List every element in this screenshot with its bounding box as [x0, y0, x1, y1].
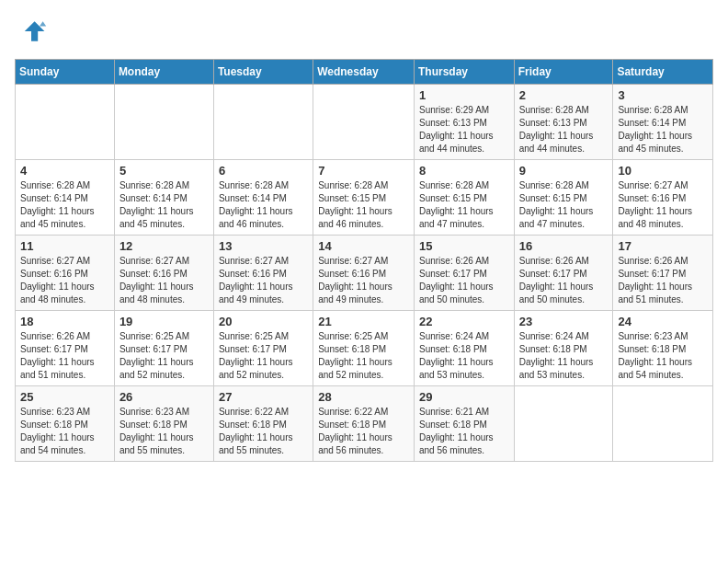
week-row-2: 4Sunrise: 6:28 AM Sunset: 6:14 PM Daylig…	[16, 160, 713, 236]
day-number: 8	[419, 164, 509, 178]
day-info: Sunrise: 6:28 AM Sunset: 6:14 PM Dayligh…	[618, 104, 708, 155]
day-info: Sunrise: 6:22 AM Sunset: 6:18 PM Dayligh…	[219, 406, 308, 457]
day-info: Sunrise: 6:28 AM Sunset: 6:15 PM Dayligh…	[519, 179, 609, 231]
day-info: Sunrise: 6:22 AM Sunset: 6:18 PM Dayligh…	[318, 406, 409, 457]
day-number: 19	[119, 315, 209, 328]
day-info: Sunrise: 6:27 AM Sunset: 6:16 PM Dayligh…	[119, 255, 209, 306]
day-info: Sunrise: 6:29 AM Sunset: 6:13 PM Dayligh…	[419, 104, 509, 155]
day-number: 20	[219, 315, 308, 328]
calendar-cell: 8Sunrise: 6:28 AM Sunset: 6:15 PM Daylig…	[414, 160, 514, 236]
calendar-cell: 15Sunrise: 6:26 AM Sunset: 6:17 PM Dayli…	[414, 236, 514, 311]
calendar-cell: 24Sunrise: 6:23 AM Sunset: 6:18 PM Dayli…	[613, 311, 713, 386]
day-info: Sunrise: 6:28 AM Sunset: 6:13 PM Dayligh…	[519, 104, 609, 155]
day-number: 18	[20, 315, 109, 328]
calendar-cell: 6Sunrise: 6:28 AM Sunset: 6:14 PM Daylig…	[213, 160, 313, 236]
day-number: 17	[618, 239, 708, 253]
calendar-cell: 17Sunrise: 6:26 AM Sunset: 6:17 PM Dayli…	[613, 236, 713, 311]
day-info: Sunrise: 6:24 AM Sunset: 6:18 PM Dayligh…	[519, 330, 609, 382]
svg-marker-1	[40, 21, 46, 26]
week-row-5: 25Sunrise: 6:23 AM Sunset: 6:18 PM Dayli…	[16, 386, 713, 462]
day-number: 2	[519, 88, 609, 102]
calendar-table: SundayMondayTuesdayWednesdayThursdayFrid…	[15, 59, 713, 462]
calendar-cell: 10Sunrise: 6:27 AM Sunset: 6:16 PM Dayli…	[613, 160, 713, 236]
day-number: 25	[20, 390, 109, 404]
day-info: Sunrise: 6:27 AM Sunset: 6:16 PM Dayligh…	[20, 255, 109, 306]
day-number: 15	[419, 239, 509, 253]
day-info: Sunrise: 6:27 AM Sunset: 6:16 PM Dayligh…	[318, 255, 409, 306]
calendar-cell: 14Sunrise: 6:27 AM Sunset: 6:16 PM Dayli…	[313, 236, 415, 311]
week-row-1: 1Sunrise: 6:29 AM Sunset: 6:13 PM Daylig…	[16, 85, 713, 160]
day-number: 4	[20, 164, 109, 178]
day-number: 13	[219, 239, 308, 253]
logo-icon	[15, 15, 48, 48]
page-header	[15, 15, 713, 48]
calendar-cell: 16Sunrise: 6:26 AM Sunset: 6:17 PM Dayli…	[514, 236, 613, 311]
day-info: Sunrise: 6:21 AM Sunset: 6:18 PM Dayligh…	[419, 406, 509, 457]
day-number: 21	[318, 315, 409, 328]
day-number: 28	[318, 390, 409, 404]
calendar-cell: 9Sunrise: 6:28 AM Sunset: 6:15 PM Daylig…	[514, 160, 613, 236]
calendar-cell: 27Sunrise: 6:22 AM Sunset: 6:18 PM Dayli…	[213, 386, 313, 462]
day-number: 5	[119, 164, 209, 178]
calendar-cell: 18Sunrise: 6:26 AM Sunset: 6:17 PM Dayli…	[16, 311, 115, 386]
calendar-cell	[16, 85, 115, 160]
day-info: Sunrise: 6:23 AM Sunset: 6:18 PM Dayligh…	[20, 406, 109, 457]
day-info: Sunrise: 6:25 AM Sunset: 6:17 PM Dayligh…	[119, 330, 209, 382]
logo	[15, 15, 51, 48]
day-number: 3	[618, 88, 708, 102]
weekday-header-monday: Monday	[114, 60, 213, 85]
weekday-header-wednesday: Wednesday	[313, 60, 415, 85]
calendar-cell	[213, 85, 313, 160]
calendar-cell: 20Sunrise: 6:25 AM Sunset: 6:17 PM Dayli…	[213, 311, 313, 386]
day-number: 12	[119, 239, 209, 253]
calendar-cell	[313, 85, 415, 160]
calendar-cell	[514, 386, 613, 462]
day-number: 11	[20, 239, 109, 253]
weekday-header-tuesday: Tuesday	[213, 60, 313, 85]
day-number: 29	[419, 390, 509, 404]
day-info: Sunrise: 6:25 AM Sunset: 6:18 PM Dayligh…	[318, 330, 409, 382]
calendar-cell: 22Sunrise: 6:24 AM Sunset: 6:18 PM Dayli…	[414, 311, 514, 386]
day-number: 16	[519, 239, 609, 253]
day-number: 24	[618, 315, 708, 328]
calendar-cell	[613, 386, 713, 462]
calendar-cell: 1Sunrise: 6:29 AM Sunset: 6:13 PM Daylig…	[414, 85, 514, 160]
calendar-cell: 21Sunrise: 6:25 AM Sunset: 6:18 PM Dayli…	[313, 311, 415, 386]
day-number: 22	[419, 315, 509, 328]
day-info: Sunrise: 6:27 AM Sunset: 6:16 PM Dayligh…	[618, 179, 708, 231]
calendar-cell: 29Sunrise: 6:21 AM Sunset: 6:18 PM Dayli…	[414, 386, 514, 462]
day-info: Sunrise: 6:25 AM Sunset: 6:17 PM Dayligh…	[219, 330, 308, 382]
weekday-header-friday: Friday	[514, 60, 613, 85]
day-info: Sunrise: 6:26 AM Sunset: 6:17 PM Dayligh…	[618, 255, 708, 306]
day-number: 23	[519, 315, 609, 328]
day-info: Sunrise: 6:23 AM Sunset: 6:18 PM Dayligh…	[119, 406, 209, 457]
weekday-header-sunday: Sunday	[16, 60, 115, 85]
day-info: Sunrise: 6:26 AM Sunset: 6:17 PM Dayligh…	[419, 255, 509, 306]
calendar-cell	[114, 85, 213, 160]
day-number: 7	[318, 164, 409, 178]
calendar-cell: 13Sunrise: 6:27 AM Sunset: 6:16 PM Dayli…	[213, 236, 313, 311]
calendar-cell: 25Sunrise: 6:23 AM Sunset: 6:18 PM Dayli…	[16, 386, 115, 462]
weekday-header-saturday: Saturday	[613, 60, 713, 85]
calendar-cell: 19Sunrise: 6:25 AM Sunset: 6:17 PM Dayli…	[114, 311, 213, 386]
day-number: 1	[419, 88, 509, 102]
calendar-cell: 4Sunrise: 6:28 AM Sunset: 6:14 PM Daylig…	[16, 160, 115, 236]
day-info: Sunrise: 6:27 AM Sunset: 6:16 PM Dayligh…	[219, 255, 308, 306]
day-number: 10	[618, 164, 708, 178]
day-info: Sunrise: 6:28 AM Sunset: 6:14 PM Dayligh…	[20, 179, 109, 231]
day-number: 6	[219, 164, 308, 178]
day-info: Sunrise: 6:26 AM Sunset: 6:17 PM Dayligh…	[20, 330, 109, 382]
day-info: Sunrise: 6:23 AM Sunset: 6:18 PM Dayligh…	[618, 330, 708, 382]
day-number: 14	[318, 239, 409, 253]
calendar-cell: 23Sunrise: 6:24 AM Sunset: 6:18 PM Dayli…	[514, 311, 613, 386]
weekday-header-thursday: Thursday	[414, 60, 514, 85]
calendar-cell: 7Sunrise: 6:28 AM Sunset: 6:15 PM Daylig…	[313, 160, 415, 236]
day-number: 9	[519, 164, 609, 178]
week-row-4: 18Sunrise: 6:26 AM Sunset: 6:17 PM Dayli…	[16, 311, 713, 386]
day-info: Sunrise: 6:28 AM Sunset: 6:14 PM Dayligh…	[119, 179, 209, 231]
day-info: Sunrise: 6:26 AM Sunset: 6:17 PM Dayligh…	[519, 255, 609, 306]
calendar-cell: 5Sunrise: 6:28 AM Sunset: 6:14 PM Daylig…	[114, 160, 213, 236]
day-number: 27	[219, 390, 308, 404]
calendar-cell: 26Sunrise: 6:23 AM Sunset: 6:18 PM Dayli…	[114, 386, 213, 462]
calendar-cell: 12Sunrise: 6:27 AM Sunset: 6:16 PM Dayli…	[114, 236, 213, 311]
